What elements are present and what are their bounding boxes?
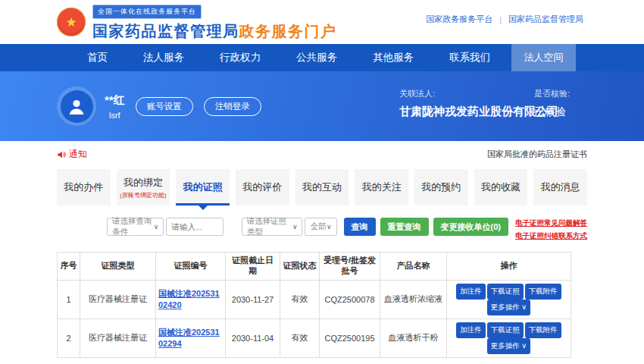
cert-number-link[interactable]: 国械注准20253102294 xyxy=(158,327,223,349)
corp-space-button[interactable]: 法人空间 xyxy=(511,44,576,71)
nav-item-0[interactable]: 首页 xyxy=(87,51,108,64)
table-header-row: 序号证照类型证照编号证照截止日期证照状态受理号/批签发批号产品名称操作 xyxy=(58,253,571,281)
chevron-down-icon: ∨ xyxy=(292,223,298,231)
nav-menu: 首页法人服务行政权力公共服务其他服务联系我们法人空间 xyxy=(57,44,587,71)
help-links: 电子证照常见问题解答电子证照纠错联系方式 xyxy=(515,218,587,241)
tab-8[interactable]: 我的消息 xyxy=(533,169,587,206)
table-header-6: 产品名称 xyxy=(380,253,447,281)
tab-label: 我的收藏 xyxy=(481,180,521,194)
tab-label: 我的关注 xyxy=(362,180,402,194)
cert-type-select[interactable]: 请选择证照类型∨ xyxy=(242,218,303,236)
cell-product-name: 血液透析浓缩液 xyxy=(380,280,447,318)
top-links-divider: | xyxy=(499,15,502,24)
tab-5[interactable]: 我的关注 xyxy=(355,169,408,206)
help-link-1[interactable]: 电子证照纠错联系方式 xyxy=(515,231,587,241)
certificate-table: 序号证照类型证照编号证照截止日期证照状态受理号/批签发批号产品名称操作 1医疗器… xyxy=(57,252,571,358)
site-title-portal: 政务服务门户 xyxy=(239,23,337,39)
filter-bar: 请选择查询条件∨ 请选择证照类型∨ 全部∨ 查询 重置查询 变更接收单位(0) … xyxy=(57,218,587,241)
row-0-action-0[interactable]: 加注件 xyxy=(456,284,486,300)
cell-status: 有效 xyxy=(280,318,320,357)
row-0-action-3[interactable]: 更多操作 ∨ xyxy=(487,300,531,315)
row-0-action-2[interactable]: 下载附件 xyxy=(525,284,561,300)
cell-cert-number: 国械注准20253102420 xyxy=(156,280,226,318)
username: **红 xyxy=(105,93,125,108)
tab-0[interactable]: 我的办件 xyxy=(57,169,111,206)
site-title: 国家药品监督管理局政务服务门户 xyxy=(92,21,337,42)
table-row: 2医疗器械注册证国械注准202531022942030-11-04有效CQZ25… xyxy=(58,318,571,357)
nav-item-3[interactable]: 公共服务 xyxy=(296,51,337,64)
table-header-7: 操作 xyxy=(447,253,571,281)
tab-7[interactable]: 我的收藏 xyxy=(474,169,528,206)
tab-label: 我的绑定 xyxy=(123,176,163,190)
nav-item-2[interactable]: 行政权力 xyxy=(220,51,261,64)
cell-expiry-date: 2030-11-04 xyxy=(226,318,280,357)
cell-product-name: 血液透析干粉 xyxy=(380,318,447,357)
user-meta: **红 lsrf xyxy=(105,93,125,120)
active-tab-pointer xyxy=(199,206,208,210)
table-row: 1医疗器械注册证国械注准202531024202030-11-27有效CQZ25… xyxy=(58,280,571,318)
notice-left[interactable]: 通知 xyxy=(57,148,87,161)
tab-label: 我的消息 xyxy=(541,180,580,194)
notice-message[interactable]: 国家局批准的药品注册证书 xyxy=(487,149,587,160)
tab-4[interactable]: 我的互动 xyxy=(295,169,349,206)
platform-badge: 全国一体化在线政务服务平台 xyxy=(92,5,202,19)
cell-index: 1 xyxy=(58,280,80,318)
row-1-action-0[interactable]: 加注件 xyxy=(456,322,486,338)
row-1-action-1[interactable]: 下载证照 xyxy=(487,322,524,338)
cell-actions: 加注件下载证照下载附件更多操作 ∨ xyxy=(447,280,571,318)
status-select[interactable]: 全部∨ xyxy=(305,218,336,236)
nav-item-1[interactable]: 法人服务 xyxy=(143,51,184,64)
nav-item-5[interactable]: 联系我们 xyxy=(449,51,490,64)
cell-cert-type: 医疗器械注册证 xyxy=(80,318,156,357)
chevron-down-icon: ∨ xyxy=(327,223,332,231)
table-header-4: 证照状态 xyxy=(280,253,320,281)
tab-label: 我的预约 xyxy=(421,180,461,194)
avatar xyxy=(57,86,96,126)
query-condition-select[interactable]: 请选择查询条件∨ xyxy=(107,218,164,236)
verify-block: 是否核验: 已核验 xyxy=(534,88,570,119)
nav-item-4[interactable]: 其他服务 xyxy=(373,51,414,64)
site-header: ★ 全国一体化在线政务服务平台 国家药品监督管理局政务服务门户 国家政务服务平台… xyxy=(0,0,644,44)
help-link-0[interactable]: 电子证照常见问题解答 xyxy=(515,218,587,228)
tab-label: 我的办件 xyxy=(64,180,103,194)
speaker-icon xyxy=(57,150,66,159)
keyword-input-wrap xyxy=(166,218,223,236)
cell-index: 2 xyxy=(58,318,80,357)
notice-label: 通知 xyxy=(69,148,87,161)
account-settings-button[interactable]: 账号设置 xyxy=(136,97,193,116)
tab-label: 我的证照 xyxy=(183,180,223,194)
change-receiver-button[interactable]: 变更接收单位(0) xyxy=(433,218,508,236)
row-0-action-1[interactable]: 下载证照 xyxy=(487,284,524,300)
verify-value: 已核验 xyxy=(534,105,570,119)
user-icon xyxy=(61,90,93,123)
reset-button[interactable]: 重置查询 xyxy=(380,218,429,236)
table-body: 1医疗器械注册证国械注准202531024202030-11-27有效CQZ25… xyxy=(58,280,571,357)
cell-acceptance-number: CQZ2500195 xyxy=(320,318,380,357)
logout-button[interactable]: 注销登录 xyxy=(204,97,261,116)
tab-label: 我的评价 xyxy=(242,180,282,194)
tab-3[interactable]: 我的评价 xyxy=(236,169,289,206)
table-header-3: 证照截止日期 xyxy=(226,253,280,281)
main-nav: 首页法人服务行政权力公共服务其他服务联系我们法人空间 xyxy=(0,44,644,71)
top-link-0[interactable]: 国家政务服务平台 xyxy=(426,14,492,25)
top-links: 国家政务服务平台|国家药品监督管理局 xyxy=(426,14,583,25)
tab-6[interactable]: 我的预约 xyxy=(414,169,468,206)
row-1-action-2[interactable]: 下载附件 xyxy=(525,322,561,338)
table-header-5: 受理号/批签发批号 xyxy=(320,253,380,281)
site-title-block: 全国一体化在线政务服务平台 国家药品监督管理局政务服务门户 xyxy=(92,3,337,42)
cell-actions: 加注件下载证照下载附件更多操作 ∨ xyxy=(447,318,571,357)
keyword-input[interactable] xyxy=(171,222,217,231)
tab-1[interactable]: 我的绑定(原账号绑定功能) xyxy=(117,169,170,206)
cert-type-value: 请选择证照类型 xyxy=(247,216,292,237)
main-content: 通知 国家局批准的药品注册证书 我的办件我的绑定(原账号绑定功能)我的证照我的评… xyxy=(57,141,587,358)
cell-expiry-date: 2030-11-27 xyxy=(226,280,280,318)
top-link-1[interactable]: 国家药品监督管理局 xyxy=(508,14,583,25)
cell-acceptance-number: CQZ2500078 xyxy=(320,280,380,318)
cell-status: 有效 xyxy=(280,280,320,318)
tab-2[interactable]: 我的证照 xyxy=(176,169,230,206)
search-button[interactable]: 查询 xyxy=(344,218,376,236)
site-title-agency: 国家药品监督管理局 xyxy=(92,23,239,39)
row-1-action-3[interactable]: 更多操作 ∨ xyxy=(487,338,531,354)
cert-number-link[interactable]: 国械注准20253102420 xyxy=(158,288,223,310)
tabs-bar: 我的办件我的绑定(原账号绑定功能)我的证照我的评价我的互动我的关注我的预约我的收… xyxy=(57,169,587,206)
